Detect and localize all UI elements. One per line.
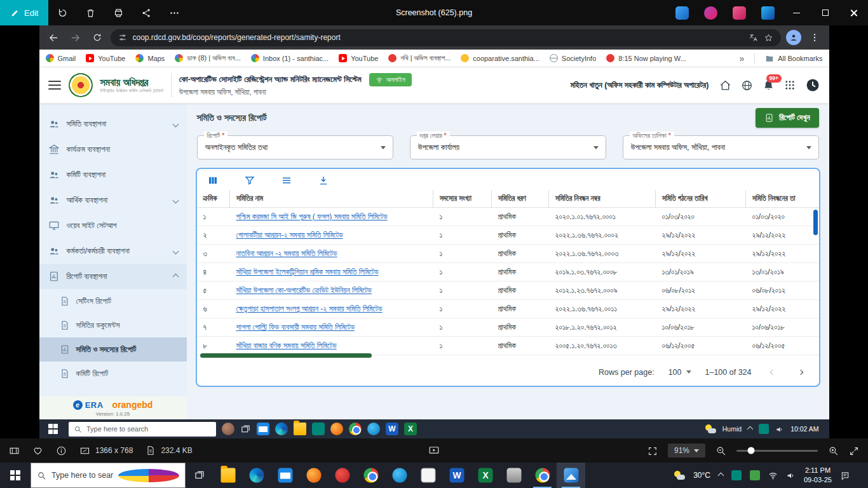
taskbar-firefox[interactable]	[299, 463, 328, 488]
taskbar-excel[interactable]	[471, 463, 499, 488]
sidebar-item-website-setup[interactable]: ওয়েব সাইট সেটআপ	[39, 213, 187, 238]
hamburger-menu-icon[interactable]	[48, 81, 61, 90]
bookmarks-overflow-icon[interactable]	[739, 53, 744, 64]
address-bar[interactable]: coop.rdcd.gov.bd/coop/reports/generated-…	[111, 29, 781, 46]
edit-button[interactable]: Edit	[0, 0, 48, 25]
next-page-icon[interactable]	[794, 365, 808, 379]
report-type-select[interactable]: রিপোর্ট * অনলাইনকৃত সমিতির তথ্য	[197, 135, 393, 159]
bookmark-youtube-2[interactable]: YouTube	[339, 54, 378, 62]
start-button-icon[interactable]	[48, 424, 58, 434]
office-list-select[interactable]: অফিসের তালিকা * উপজেলা সমবায় অফিস, সাঁথ…	[623, 135, 819, 159]
bookmark-nowplaying[interactable]: 8:15 Now playing W...	[606, 54, 686, 62]
samity-link[interactable]: নাতবিনা আশ্রয়ন -২ সমবায় সমিতি লিমিটেড	[236, 249, 337, 258]
filmstrip-icon[interactable]	[9, 445, 20, 456]
weather-temperature[interactable]: 30°C	[693, 471, 710, 480]
taskbar-photos-open[interactable]	[557, 463, 585, 488]
notifications-bell-icon[interactable]: 99+	[763, 79, 775, 92]
fullscreen-expand-icon[interactable]	[849, 445, 859, 456]
file-explorer-icon[interactable]	[294, 423, 306, 435]
browser-back-icon[interactable]	[46, 29, 62, 46]
taskbar-search-box[interactable]: Type here to search	[31, 463, 186, 488]
firefox-icon[interactable]	[330, 423, 343, 435]
network-wifi-icon[interactable]	[768, 470, 778, 481]
task-view-icon[interactable]	[240, 423, 251, 435]
sidebar-subitem-samity-member-report[interactable]: সমিতি ও সদস্যের রিপোর্ট	[39, 337, 187, 362]
sidebar-item-committee-management[interactable]: কমিটি ব্যবস্থাপনা	[39, 162, 187, 187]
bookmark-nothi[interactable]: নথি | অফিস ব্যবস্থাপ...	[388, 54, 451, 62]
taskbar-printer[interactable]	[499, 463, 528, 488]
slideshow-icon[interactable]	[428, 445, 440, 457]
fit-to-window-icon[interactable]	[648, 445, 658, 456]
excel-icon[interactable]	[404, 423, 417, 435]
bookmark-maps[interactable]: Maps	[135, 54, 165, 62]
samity-link[interactable]: গোলাবাটীয়া আশ্রয়ন-২ সমবায় সমিতি লিমিট…	[236, 231, 343, 240]
taskbar-clock[interactable]: 2:11 PM 09-03-25	[804, 466, 832, 485]
tray-expand-icon[interactable]	[747, 426, 754, 432]
bookmark-youtube[interactable]: YouTube	[86, 54, 125, 62]
sidebar-item-samity-management[interactable]: সমিতি ব্যবস্থাপনা	[39, 111, 187, 137]
close-button[interactable]	[839, 0, 868, 25]
cortana-icon[interactable]	[118, 469, 180, 482]
samity-link[interactable]: সাঁথিয়া বাজার বণিক সমবায় সমিতি লিমিটেড	[236, 341, 337, 350]
browser-forward-icon[interactable]	[67, 29, 84, 46]
browser-menu-icon[interactable]	[806, 29, 823, 46]
taskbar-chrome[interactable]	[356, 463, 385, 488]
taskbar-telegram[interactable]	[385, 463, 414, 488]
print-icon[interactable]	[104, 0, 132, 25]
share-icon[interactable]	[132, 0, 160, 25]
zoom-level-dropdown[interactable]: 91%	[668, 444, 705, 458]
favorite-heart-icon[interactable]	[32, 445, 43, 456]
apps-grid-icon[interactable]	[784, 79, 796, 91]
horizontal-scrollbar[interactable]	[200, 353, 372, 358]
file-info-icon[interactable]	[56, 445, 67, 456]
chrome-icon[interactable]	[349, 423, 362, 435]
sidebar-item-activity-management[interactable]: কার্যক্রম ব্যবস্থাপনা	[39, 137, 187, 162]
colored-app-icon-1[interactable]	[675, 6, 689, 20]
taskbar-gmail[interactable]	[328, 463, 356, 488]
sidebar-subitem-committee-report[interactable]: কমিটি রিপোর্ট	[39, 362, 187, 386]
all-bookmarks-button[interactable]: All Bookmarks	[765, 54, 822, 63]
browser-profile-icon[interactable]	[786, 30, 801, 45]
rotate-icon[interactable]	[48, 0, 76, 25]
samity-link[interactable]: সাঁথিয়া উপজেলা কো-অপারেটিভ ক্রেডিট ইউনি…	[236, 286, 372, 295]
language-globe-icon[interactable]	[741, 79, 753, 92]
view-report-button[interactable]: রিপোর্ট দেখুন	[756, 108, 818, 128]
density-icon[interactable]	[281, 174, 292, 186]
tray-app-icon-2[interactable]	[750, 470, 760, 480]
weather-icon[interactable]	[674, 471, 685, 480]
sidebar-subitem-samity-documents[interactable]: সমিতির ডকুমেন্টস	[39, 313, 187, 337]
export-download-icon[interactable]	[318, 174, 329, 186]
tray-app-icon[interactable]	[759, 424, 769, 434]
delete-icon[interactable]	[76, 0, 104, 25]
bookmark-societyinfo[interactable]: SocietyInfo	[550, 54, 596, 62]
pinned-app-icon[interactable]	[222, 423, 234, 435]
bookmark-star-icon[interactable]	[764, 33, 773, 43]
filter-icon[interactable]	[244, 174, 255, 186]
bookmark-cooparative[interactable]: cooparative.santhia...	[461, 54, 539, 62]
taskbar-mail[interactable]	[271, 463, 299, 488]
store-icon[interactable]	[312, 423, 325, 435]
taskbar-document-app[interactable]	[414, 463, 442, 488]
colored-app-icon-3[interactable]	[733, 6, 746, 20]
mail-icon[interactable]	[257, 423, 269, 435]
zoom-out-icon[interactable]	[715, 445, 726, 456]
rows-per-page-select[interactable]: 100	[668, 368, 691, 377]
previous-page-icon[interactable]	[766, 365, 780, 379]
zoom-in-icon[interactable]	[828, 445, 839, 456]
volume-icon[interactable]	[786, 470, 796, 481]
start-button[interactable]	[0, 463, 31, 488]
samity-link[interactable]: পশ্চিম করমজা সি আই জি পুরুষ ( ফসল) সমবায…	[236, 212, 388, 221]
bookmark-gmail[interactable]: Gmail	[46, 54, 76, 62]
telegram-icon[interactable]	[367, 423, 380, 435]
more-options-icon[interactable]	[160, 0, 188, 25]
columns-icon[interactable]	[207, 174, 219, 186]
sidebar-item-financial-management[interactable]: আর্থিক ব্যবস্থাপনা	[39, 187, 187, 213]
bookmark-dak[interactable]: ডাক (8) | অফিস ব্যব...	[175, 54, 240, 62]
screenshot-search-box[interactable]: Type here to search	[69, 422, 216, 437]
zoom-slider[interactable]	[736, 450, 818, 452]
vertical-scrollbar[interactable]	[813, 210, 818, 235]
maximize-button[interactable]	[811, 0, 839, 25]
sidebar-item-staff-management[interactable]: কর্মকর্তা/কর্মচারী ব্যবস্থাপনা	[39, 238, 187, 264]
taskbar-word[interactable]	[442, 463, 471, 488]
action-center-icon[interactable]	[840, 470, 850, 481]
